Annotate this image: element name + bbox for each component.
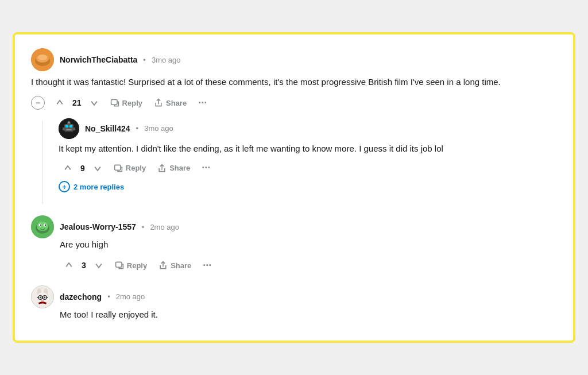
- share-icon-jealous: [158, 261, 168, 270]
- more-options-jealous[interactable]: ···: [198, 257, 216, 274]
- avatar-daze: [31, 285, 54, 308]
- username-norwich: NorwichTheCiabatta: [60, 55, 137, 64]
- comment-daze: dazechong • 2mo ago Me too! I really enj…: [31, 285, 557, 327]
- share-icon-noskill: [157, 164, 167, 173]
- upvote-icon-jealous: [64, 261, 74, 270]
- svg-point-33: [44, 296, 45, 298]
- svg-rect-13: [74, 127, 75, 130]
- reply-body-noskill: It kept my attention. I didn't like the …: [59, 142, 557, 156]
- more-replies-icon: +: [59, 181, 70, 192]
- avatar-icon-noskill: [59, 118, 79, 139]
- dot-noskill: •: [136, 124, 139, 133]
- action-bar-noskill: 9: [59, 160, 557, 176]
- share-button-jealous[interactable]: Share: [154, 258, 196, 272]
- svg-rect-22: [115, 262, 121, 267]
- comment-header-jealous: Jealous-Worry-1557 • 2mo ago: [31, 215, 557, 238]
- downvote-button-jealous[interactable]: [90, 258, 108, 272]
- reply-button-noskill[interactable]: Reply: [109, 161, 150, 175]
- share-button-noskill[interactable]: Share: [153, 161, 195, 175]
- share-button-norwich[interactable]: Share: [149, 96, 191, 110]
- timestamp-norwich: •: [143, 56, 146, 64]
- upvote-button-jealous[interactable]: [60, 258, 78, 272]
- comment-body-daze: Me too! I really enjoyed it.: [31, 308, 557, 322]
- upvote-button-noskill[interactable]: [59, 161, 77, 175]
- svg-point-32: [40, 296, 41, 298]
- vote-count-norwich: 21: [71, 98, 83, 107]
- svg-rect-14: [114, 165, 120, 170]
- timestamp-noskill: 3mo ago: [144, 124, 173, 133]
- svg-rect-8: [69, 125, 72, 127]
- timestamp-jealous: 2mo ago: [150, 223, 179, 231]
- comment-thread: NorwichTheCiabatta • 3mo ago I thought i…: [31, 48, 557, 327]
- dot-daze: •: [107, 292, 110, 301]
- username-jealous: Jealous-Worry-1557: [60, 222, 136, 231]
- upvote-button-norwich[interactable]: [51, 96, 69, 110]
- svg-rect-6: [64, 124, 74, 132]
- upvote-icon-noskill: [63, 164, 72, 173]
- svg-point-3: [38, 55, 47, 60]
- downvote-icon: [90, 98, 99, 107]
- replies-area-norwich: No_Skill424 • 3mo ago It kept my attenti…: [54, 118, 557, 204]
- share-label-norwich: Share: [166, 99, 187, 107]
- reply-header-noskill: No_Skill424 • 3mo ago: [59, 118, 557, 139]
- svg-point-20: [40, 225, 41, 226]
- reply-label-noskill: Reply: [126, 164, 146, 172]
- avatar-icon-norwich: [31, 48, 54, 71]
- avatar-jealous: [31, 215, 54, 238]
- downvote-button-noskill[interactable]: [88, 161, 107, 175]
- collapse-button-norwich[interactable]: −: [31, 96, 45, 110]
- username-noskill: No_Skill424: [85, 124, 130, 133]
- svg-point-21: [45, 225, 46, 226]
- comment-header-norwich: NorwichTheCiabatta • 3mo ago: [31, 48, 557, 71]
- comment-jealous: Jealous-Worry-1557 • 2mo ago Are you hig…: [31, 215, 557, 274]
- svg-rect-4: [111, 99, 117, 105]
- avatar-norwich: [31, 48, 54, 71]
- timestamp-daze: 2mo ago: [116, 292, 145, 301]
- thread-line: [42, 121, 43, 204]
- svg-point-11: [68, 121, 70, 123]
- avatar-icon-daze: [32, 285, 53, 308]
- downvote-icon-noskill: [93, 164, 102, 173]
- dot-jealous: •: [142, 223, 145, 231]
- reply-button-jealous[interactable]: Reply: [110, 258, 152, 272]
- reply-label-jealous: Reply: [127, 261, 147, 270]
- svg-rect-12: [63, 127, 64, 130]
- minus-icon: −: [36, 98, 40, 107]
- reply-label-norwich: Reply: [122, 99, 142, 107]
- top-comment-norwich: NorwichTheCiabatta • 3mo ago I thought i…: [31, 48, 557, 204]
- avatar-icon-jealous: [31, 215, 54, 238]
- vote-count-noskill: 9: [79, 164, 86, 173]
- thread-line-col: [31, 118, 54, 204]
- share-label-noskill: Share: [169, 164, 190, 172]
- comment-body-jealous: Are you high: [31, 238, 557, 252]
- avatar-noskill: [59, 118, 79, 139]
- reply-icon-noskill: [114, 164, 123, 173]
- upvote-icon: [55, 98, 64, 107]
- downvote-button-norwich[interactable]: [85, 96, 103, 110]
- timestamp-norwich-text: 3mo ago: [152, 56, 181, 64]
- more-options-noskill[interactable]: ···: [197, 160, 215, 176]
- more-options-norwich[interactable]: ···: [194, 95, 211, 111]
- downvote-icon-jealous: [94, 261, 103, 270]
- action-bar-jealous: 3 Reply: [31, 257, 557, 274]
- replies-norwich: No_Skill424 • 3mo ago It kept my attenti…: [31, 118, 557, 204]
- more-replies-link[interactable]: + 2 more replies: [59, 179, 557, 195]
- reply-icon-jealous: [115, 261, 124, 270]
- comment-body-norwich: I thought it was fantastic! Surprised at…: [31, 76, 557, 89]
- comment-section: NorwichTheCiabatta • 3mo ago I thought i…: [13, 32, 575, 343]
- share-label-jealous: Share: [171, 261, 191, 270]
- more-replies-text: 2 more replies: [74, 183, 124, 191]
- action-bar-norwich: − 21: [31, 95, 557, 111]
- username-daze: dazechong: [60, 292, 102, 301]
- svg-rect-9: [66, 129, 72, 130]
- reply-noskill: No_Skill424 • 3mo ago It kept my attenti…: [59, 118, 557, 195]
- reply-icon: [110, 98, 119, 107]
- share-icon: [154, 98, 163, 107]
- comment-header-daze: dazechong • 2mo ago: [31, 285, 557, 308]
- vote-count-jealous: 3: [80, 261, 87, 270]
- svg-rect-7: [65, 125, 68, 127]
- reply-button-norwich[interactable]: Reply: [106, 96, 147, 110]
